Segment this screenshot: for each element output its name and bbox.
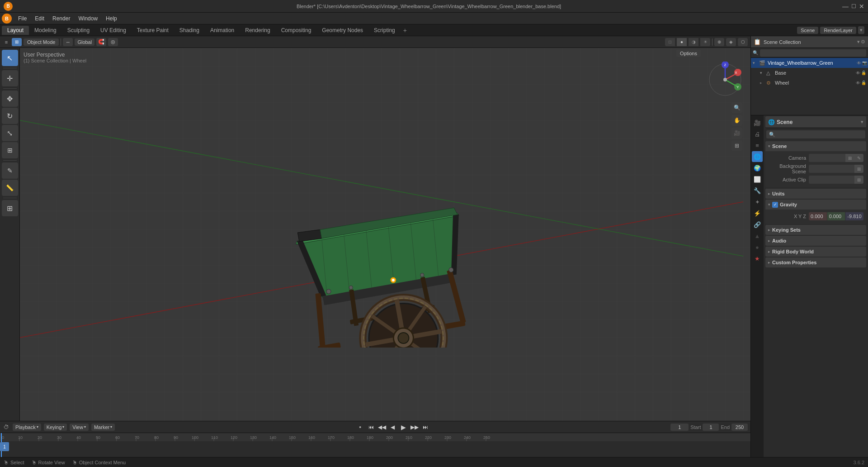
props-tab-render[interactable]: 🎥 [752,117,763,128]
play-btn[interactable]: ▶ [400,423,408,431]
outliner-filter-icon[interactable]: ▾ [857,39,860,45]
timeline-track-area[interactable]: 1 [0,441,750,457]
hand-tool-btn[interactable]: ✋ [731,115,742,126]
minimize-btn[interactable]: — [842,3,849,10]
menu-window[interactable]: Window [75,14,101,23]
audio-section-header[interactable]: ▸ Audio [765,236,866,246]
gravity-checkbox[interactable]: ✓ [772,202,778,208]
proportional-icon[interactable]: ◎ [108,38,118,46]
viewport-shading-material[interactable]: ◑ [689,38,698,46]
transform-icon[interactable]: ↔ [63,38,73,46]
jump-start-btn[interactable]: ⏮ [367,423,375,431]
camera-browse-btn[interactable]: ⊞ [845,154,854,162]
view-dropdown[interactable]: View▾ [70,424,89,431]
menu-file[interactable]: File [14,14,30,23]
gravity-x-field[interactable]: 0.000 [809,212,827,220]
props-tab-particles[interactable]: ✦ [752,196,763,207]
viewport-shading-wireframe[interactable]: □ [665,38,675,46]
object-mode-dropdown[interactable]: Object Mode [24,38,59,46]
add-workspace-btn[interactable]: + [401,26,410,35]
gravity-section-header[interactable]: ▾ ✓ Gravity [765,200,866,210]
move-tool-btn[interactable]: ✥ [2,91,18,107]
viewport-shading-rendered[interactable]: ☀ [700,38,710,46]
outliner-eye-icon[interactable]: 👁 [857,61,861,66]
timeline-track[interactable]: 0 10 20 30 40 50 60 [0,433,750,457]
tab-sculpting[interactable]: Sculpting [62,26,95,35]
outliner-wheel-lock-icon[interactable]: 🔓 [861,81,866,85]
viewport-canvas[interactable]: X Y Z [20,48,750,421]
add-tool-btn[interactable]: ⊞ [2,200,18,216]
close-btn[interactable]: ✕ [859,3,864,10]
current-frame-input[interactable] [670,424,689,431]
frame-dot-btn[interactable]: • [356,423,364,431]
active-clip-value-field[interactable] [809,176,854,184]
outliner-item-root[interactable]: ▾ 🎬 Vintage_Wheelbarrow_Green 👁 📷 [751,58,868,68]
menu-render[interactable]: Render [49,14,74,23]
tab-geometry-nodes[interactable]: Geometry Nodes [316,26,368,35]
prev-keyframe-btn[interactable]: ◀◀ [378,423,386,431]
outliner-item-wheel[interactable]: ▸ ⚙ Wheel 👁 🔓 [751,78,868,88]
props-search-input[interactable] [766,130,865,138]
playback-dropdown[interactable]: Playback▾ [13,424,41,431]
tab-rendering[interactable]: Rendering [240,26,275,35]
tab-animation[interactable]: Animation [205,26,240,35]
options-button[interactable]: Options [676,50,701,57]
scale-tool-btn[interactable]: ⤡ [2,125,18,141]
units-section-header[interactable]: ▸ Units [765,189,866,199]
camera-value-field[interactable] [809,154,845,162]
props-tab-view-layer[interactable]: ≡ [752,140,763,151]
props-tab-object[interactable]: ⬜ [752,174,763,185]
transform-tool-btn[interactable]: ⊞ [2,142,18,158]
custom-props-header[interactable]: ▸ Custom Properties [765,257,866,267]
tab-scripting[interactable]: Scripting [368,26,401,35]
props-tab-output[interactable]: 🖨 [752,129,763,139]
camera-eye-btn[interactable]: ✎ [854,154,863,162]
keying-sets-header[interactable]: ▸ Keying Sets [765,225,866,235]
active-clip-browse-btn[interactable]: ⊞ [854,176,863,184]
marker-dropdown[interactable]: Marker▾ [91,424,115,431]
props-tab-shaderfx[interactable]: ★ [752,253,763,264]
outliner-base-lock-icon[interactable]: 🔓 [861,71,866,75]
props-tab-world[interactable]: 🌍 [752,162,763,173]
outliner-sync-icon[interactable]: ⚙ [861,39,865,45]
camera-view-btn[interactable]: 🎥 [731,128,742,138]
filter-btn[interactable]: ▾ [858,26,864,34]
search-viewport-btn[interactable]: 🔍 [731,102,742,113]
props-tab-modifier[interactable]: 🔧 [752,185,763,196]
props-tab-scene[interactable]: 🌐 [752,151,763,162]
tab-modeling[interactable]: Modeling [29,26,62,35]
tab-compositing[interactable]: Compositing [276,26,317,35]
tab-texture-paint[interactable]: Texture Paint [132,26,174,35]
overlay-toggle[interactable]: ◈ [726,38,736,46]
select-tool-btn[interactable]: ↖ [2,50,18,66]
start-frame-input[interactable] [703,424,719,431]
gizmo-toggle[interactable]: ⊕ [714,38,724,46]
outliner-wheel-eye-icon[interactable]: 👁 [856,81,860,86]
cursor-tool-btn[interactable]: ✛ [2,70,18,86]
rotate-tool-btn[interactable]: ↻ [2,108,18,124]
render-layer-selector[interactable]: RenderLayer [820,27,856,34]
measure-tool-btn[interactable]: 📏 [2,180,18,196]
rigid-body-header[interactable]: ▸ Rigid Body World [765,247,866,257]
props-tab-material[interactable]: ● [752,242,763,253]
maximize-btn[interactable]: ☐ [851,3,856,10]
camera-gizmo[interactable]: X Y Z [707,62,743,98]
props-tab-data[interactable]: ▲ [752,230,763,241]
outliner-camera-icon[interactable]: 📷 [862,61,867,65]
gravity-z-field[interactable]: -9.810 [845,212,863,220]
next-frame-btn[interactable]: ▶▶ [410,423,419,431]
annotate-tool-btn[interactable]: ✎ [2,162,18,179]
orientation-dropdown[interactable]: Global [75,38,94,46]
outliner-item-base[interactable]: ▾ △ Base 👁 🔓 [751,68,868,78]
props-tab-physics[interactable]: ⚡ [752,208,763,219]
tab-uv-editing[interactable]: UV Editing [95,26,132,35]
outliner-search-input[interactable] [760,49,866,57]
menu-help[interactable]: Help [102,14,121,23]
props-tab-constraints[interactable]: 🔗 [752,219,763,230]
end-frame-input[interactable] [731,424,748,431]
gravity-y-field[interactable]: 0.000 [827,212,845,220]
viewport-shading-solid[interactable]: ● [677,38,687,46]
outliner-base-eye-icon[interactable]: 👁 [856,71,860,76]
scene-selector[interactable]: Scene [797,27,818,34]
viewport-icon-grid[interactable]: ⊞ [12,38,22,46]
